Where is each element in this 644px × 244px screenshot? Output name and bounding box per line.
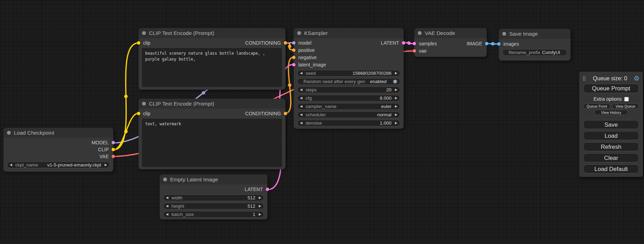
clip-output-port[interactable] [112, 148, 115, 151]
load-default-button[interactable]: Load Default [583, 164, 639, 173]
node-title-bar[interactable]: Empty Latent Image [160, 174, 267, 184]
node-clip-text-encode-negative[interactable]: CLIP Text Encode (Prompt) clip CONDITION… [139, 99, 285, 169]
output-label-conditioning: CONDITIONING [245, 111, 281, 116]
input-label-clip: clip [143, 111, 150, 116]
clip-input-port[interactable] [137, 112, 140, 115]
positive-input-port[interactable] [292, 48, 295, 52]
node-load-checkpoint[interactable]: Load Checkpoint MODEL CLIP VAE ◀ ckpt_na… [3, 128, 113, 172]
filename-prefix-widget[interactable]: filename_prefix ComfyUI [502, 49, 567, 56]
widget-label: denoise [306, 120, 322, 126]
toggle-indicator-icon[interactable] [393, 80, 397, 83]
prompt-textarea[interactable]: beautiful scenery nature glass bottle la… [142, 48, 282, 87]
settings-gear-icon[interactable]: ⚙ [634, 75, 639, 82]
widget-value: ComfyUI [542, 50, 561, 55]
increment-arrow-icon[interactable]: ▶ [395, 121, 397, 125]
view-history-button[interactable]: View History [594, 110, 628, 115]
negative-input-port[interactable] [292, 56, 295, 59]
collapse-dot-icon[interactable] [142, 102, 146, 106]
sampler-name-widget[interactable]: ◀ sampler_name euler ▶ [297, 103, 400, 110]
node-vae-decode[interactable]: VAE Decode samples IMAGE vae [414, 28, 487, 57]
node-title-bar[interactable]: CLIP Text Encode (Prompt) [139, 28, 285, 38]
samples-input-port[interactable] [413, 42, 416, 45]
collapse-dot-icon[interactable] [163, 178, 167, 181]
model-output-port[interactable] [112, 141, 115, 144]
vae-output-port[interactable] [112, 155, 115, 158]
clear-button[interactable]: Clear [583, 153, 639, 162]
ckpt-name-widget[interactable]: ◀ ckpt_name v1-5-pruned-emaonly.ckpt ▶ [7, 162, 110, 168]
vae-input-port[interactable] [413, 49, 416, 53]
slot-row: negative [294, 54, 404, 61]
node-title-bar[interactable]: VAE Decode [414, 28, 487, 38]
link-midpoint-dot [124, 95, 128, 98]
increment-arrow-icon[interactable]: ▶ [395, 113, 397, 116]
node-graph-canvas[interactable]: { "slot_colors": { "MODEL": "#B39DDB", "… [0, 0, 644, 244]
refresh-button[interactable]: Refresh [583, 142, 639, 151]
latent-output-port[interactable] [402, 41, 405, 45]
latent-output-port[interactable] [266, 188, 269, 191]
increment-arrow-icon[interactable]: ▶ [395, 72, 397, 75]
link-midpoint-dot [288, 45, 291, 48]
decrement-arrow-icon[interactable]: ◀ [300, 88, 302, 91]
seed-widget[interactable]: ◀ seed 156680208700286 ▶ [297, 70, 400, 76]
conditioning-output-port[interactable] [284, 41, 287, 45]
node-title: VAE Decode [425, 30, 455, 36]
random-seed-toggle-widget[interactable]: Random seed after every gen enabled [297, 78, 400, 85]
increment-arrow-icon[interactable]: ▶ [395, 105, 397, 108]
increment-arrow-icon[interactable]: ▶ [259, 205, 261, 208]
conditioning-output-port[interactable] [284, 112, 287, 115]
node-ksampler[interactable]: KSampler model LATENT positive negative … [294, 28, 404, 129]
node-title-bar[interactable]: Load Checkpoint [3, 128, 113, 138]
increment-arrow-icon[interactable]: ▶ [259, 213, 261, 216]
node-empty-latent-image[interactable]: Empty Latent Image LATENT ◀ width 512 ▶ … [160, 174, 267, 219]
decrement-arrow-icon[interactable]: ◀ [10, 163, 12, 166]
increment-arrow-icon[interactable]: ▶ [395, 88, 397, 91]
link-midpoint-dot [202, 91, 205, 94]
decrement-arrow-icon[interactable]: ◀ [300, 72, 302, 75]
increment-arrow-icon[interactable]: ▶ [259, 196, 261, 199]
decrement-arrow-icon[interactable]: ◀ [166, 205, 168, 208]
decrement-arrow-icon[interactable]: ◀ [166, 213, 168, 216]
queue-prompt-button[interactable]: Queue Prompt [583, 84, 639, 93]
decrement-arrow-icon[interactable]: ◀ [300, 121, 302, 125]
prompt-textarea[interactable]: text, watermark [142, 119, 282, 167]
widget-value: 156680208700286 [352, 71, 391, 76]
denoise-widget[interactable]: ◀ denoise 1.000 ▶ [297, 120, 400, 126]
batch-size-widget[interactable]: ◀ batch_size 1 ▶ [163, 211, 264, 218]
model-input-port[interactable] [292, 41, 295, 45]
drag-handle-icon[interactable] [583, 76, 586, 81]
decrement-arrow-icon[interactable]: ◀ [300, 97, 302, 100]
collapse-dot-icon[interactable] [7, 131, 11, 135]
steps-widget[interactable]: ◀ steps 20 ▶ [297, 87, 400, 93]
decrement-arrow-icon[interactable]: ◀ [166, 196, 168, 199]
collapse-dot-icon[interactable] [502, 32, 506, 36]
height-widget[interactable]: ◀ height 512 ▶ [163, 203, 264, 209]
image-output-port[interactable] [485, 42, 488, 45]
queue-front-button[interactable]: Queue Front [583, 103, 610, 109]
node-clip-text-encode-positive[interactable]: CLIP Text Encode (Prompt) clip CONDITION… [139, 28, 285, 90]
view-queue-button[interactable]: View Queue [612, 103, 639, 109]
input-label-latent-image: latent_image [298, 62, 326, 67]
latent-image-input-port[interactable] [292, 63, 295, 66]
node-title-bar[interactable]: Save Image [499, 29, 571, 39]
width-widget[interactable]: ◀ width 512 ▶ [163, 195, 264, 201]
clip-input-port[interactable] [137, 41, 140, 45]
node-title: CLIP Text Encode (Prompt) [149, 30, 214, 36]
save-button[interactable]: Save [583, 120, 639, 129]
decrement-arrow-icon[interactable]: ◀ [300, 113, 302, 116]
node-title-bar[interactable]: KSampler [294, 28, 404, 38]
load-button[interactable]: Load [583, 131, 639, 140]
decrement-arrow-icon[interactable]: ◀ [300, 105, 302, 108]
collapse-dot-icon[interactable] [297, 31, 301, 35]
images-input-port[interactable] [497, 42, 501, 46]
collapse-dot-icon[interactable] [142, 31, 146, 35]
increment-arrow-icon[interactable]: ▶ [105, 163, 107, 166]
node-title-bar[interactable]: CLIP Text Encode (Prompt) [139, 99, 285, 109]
cfg-widget[interactable]: ◀ cfg 8.000 ▶ [297, 95, 400, 101]
widget-value: 1.000 [380, 120, 391, 126]
extra-options-checkbox[interactable] [624, 97, 629, 101]
collapse-dot-icon[interactable] [418, 31, 422, 35]
extra-options-row: Extra options [579, 96, 643, 102]
increment-arrow-icon[interactable]: ▶ [395, 97, 397, 100]
scheduler-widget[interactable]: ◀ scheduler normal ▶ [297, 111, 400, 118]
node-save-image[interactable]: Save Image images filename_prefix ComfyU… [499, 29, 571, 61]
